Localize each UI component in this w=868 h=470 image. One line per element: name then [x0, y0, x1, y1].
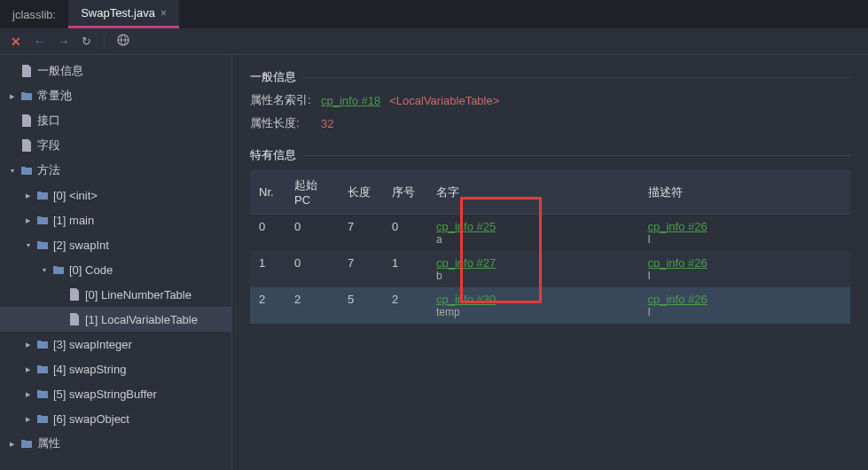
attr-len-value: 32	[321, 117, 333, 130]
tree-label: 字段	[37, 137, 60, 153]
chevron-icon[interactable]	[23, 191, 34, 200]
section-specific-title: 特有信息	[250, 147, 850, 163]
cp-sub: I	[648, 306, 842, 318]
globe-icon[interactable]	[117, 34, 129, 49]
col-header[interactable]: 描述符	[639, 170, 851, 215]
table-row[interactable]: 0070cp_info #25acp_info #26I	[250, 215, 850, 252]
chevron-icon[interactable]	[23, 215, 34, 225]
cp-sub: I	[648, 270, 842, 282]
tree-label: [5] swapStringBuffer	[53, 388, 157, 401]
chevron-icon[interactable]	[7, 91, 18, 101]
cell-idx: 0	[383, 215, 427, 252]
content-panel: 一般信息 属性名索引: cp_info #18 <LocalVariableTa…	[232, 55, 868, 470]
tab-close-icon[interactable]: ×	[160, 7, 167, 20]
attr-name-link[interactable]: cp_info #18	[321, 94, 380, 107]
cp-sub: b	[436, 270, 630, 282]
folder-icon	[35, 411, 50, 426]
cp-link[interactable]: cp_info #25	[436, 220, 496, 233]
folder-icon	[51, 262, 66, 277]
sidebar-tree: 一般信息常量池接口字段方法[0] <init>[1] main[2] swapI…	[0, 55, 232, 470]
attr-name-label: 属性名索引:	[250, 92, 312, 108]
tree-node[interactable]: [1] main	[0, 208, 231, 232]
chevron-icon[interactable]	[23, 414, 34, 424]
cell-desc: cp_info #26I	[639, 287, 851, 324]
refresh-icon[interactable]: ↻	[82, 35, 91, 48]
tree-label: 接口	[37, 113, 60, 129]
close-icon[interactable]: ✕	[11, 35, 21, 49]
file-icon	[20, 114, 34, 128]
file-icon	[67, 287, 82, 302]
chevron-icon[interactable]	[23, 340, 34, 349]
tree-label: 方法	[37, 162, 60, 178]
attr-len-label: 属性长度:	[250, 115, 312, 131]
col-header[interactable]: Nr.	[250, 170, 285, 215]
tree-node[interactable]: 一般信息	[0, 59, 231, 83]
cp-link[interactable]: cp_info #27	[436, 256, 496, 270]
cell-nr: 0	[250, 215, 285, 252]
tree-node[interactable]: [0] <init>	[0, 183, 231, 208]
cp-sub: I	[648, 233, 842, 246]
tree-node[interactable]: [0] Code	[0, 257, 231, 282]
tab-jclasslib-[interactable]: jclasslib:	[0, 0, 68, 28]
tree-node[interactable]: 字段	[0, 133, 231, 158]
file-icon	[20, 138, 34, 153]
chevron-icon[interactable]	[23, 240, 34, 250]
back-icon[interactable]: ←	[34, 35, 45, 48]
col-header[interactable]: 名字	[427, 170, 639, 215]
tree-label: [4] swapString	[53, 363, 126, 376]
chevron-icon[interactable]	[23, 364, 34, 374]
cell-len: 7	[339, 215, 383, 252]
table-row[interactable]: 1071cp_info #27bcp_info #26I	[250, 251, 850, 287]
tree-label: [2] swapInt	[53, 239, 109, 252]
chevron-icon[interactable]	[39, 265, 50, 275]
cell-name: cp_info #27b	[427, 251, 639, 287]
tree-node[interactable]: [4] swapString	[0, 356, 231, 381]
chevron-icon[interactable]	[7, 439, 18, 449]
chevron-icon[interactable]	[23, 389, 34, 399]
col-header[interactable]: 长度	[339, 170, 383, 215]
cell-name: cp_info #30temp	[427, 287, 639, 324]
cp-sub: temp	[436, 306, 630, 318]
cp-link[interactable]: cp_info #26	[648, 293, 708, 306]
tree-node[interactable]: 接口	[0, 108, 231, 133]
folder-icon	[20, 436, 34, 450]
folder-icon	[35, 188, 50, 202]
cell-idx: 1	[383, 251, 427, 287]
tree-node[interactable]: [6] swapObject	[0, 406, 231, 431]
file-icon	[67, 312, 82, 326]
cell-nr: 1	[250, 251, 285, 287]
tree-node[interactable]: [0] LineNumberTable	[0, 282, 231, 307]
cell-len: 7	[339, 251, 383, 287]
tree-node[interactable]: [3] swapInteger	[0, 332, 231, 356]
cell-nr: 2	[250, 287, 285, 324]
tree-label: 常量池	[37, 88, 72, 104]
tree-label: [6] swapObject	[53, 412, 129, 426]
cell-pc: 0	[285, 251, 339, 287]
cp-link[interactable]: cp_info #30	[436, 293, 496, 306]
folder-icon	[35, 238, 50, 252]
tree-node[interactable]: [2] swapInt	[0, 232, 231, 257]
cp-sub: a	[436, 233, 630, 246]
tree-node[interactable]: [1] LocalVariableTable	[0, 307, 231, 332]
tree-node[interactable]: 方法	[0, 158, 231, 183]
cp-link[interactable]: cp_info #26	[648, 220, 708, 233]
tab-swaptest-java[interactable]: SwapTest.java×	[68, 0, 179, 28]
tree-label: [3] swapInteger	[53, 338, 132, 351]
cp-link[interactable]: cp_info #26	[648, 256, 708, 270]
cell-pc: 0	[285, 215, 339, 252]
tree-label: [0] Code	[69, 263, 113, 277]
col-header[interactable]: 序号	[383, 170, 427, 215]
tree-label: [0] LineNumberTable	[85, 288, 192, 302]
file-icon	[20, 64, 34, 78]
cell-idx: 2	[383, 287, 427, 324]
forward-icon[interactable]: →	[58, 35, 69, 48]
folder-icon	[35, 213, 50, 227]
tree-node[interactable]: 属性	[0, 431, 231, 456]
chevron-icon[interactable]	[7, 166, 18, 176]
col-header[interactable]: 起始PC	[285, 170, 339, 215]
tree-label: 一般信息	[37, 63, 83, 79]
table-row[interactable]: 2252cp_info #30tempcp_info #26I	[250, 287, 850, 324]
tree-node[interactable]: [5] swapStringBuffer	[0, 381, 231, 406]
cell-desc: cp_info #26I	[639, 215, 851, 252]
tree-node[interactable]: 常量池	[0, 83, 231, 108]
